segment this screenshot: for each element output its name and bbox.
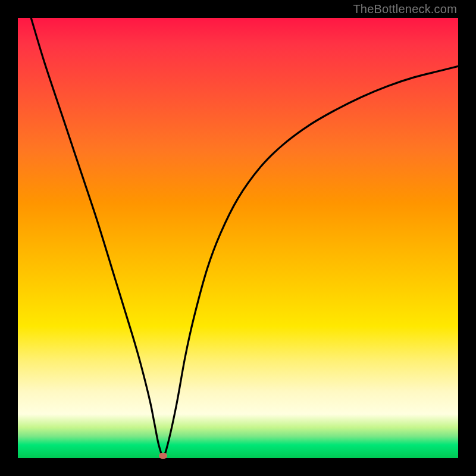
plot-area bbox=[18, 18, 458, 458]
chart-container: TheBottleneck.com bbox=[0, 0, 476, 476]
bottleneck-curve bbox=[18, 18, 458, 458]
watermark-text: TheBottleneck.com bbox=[353, 2, 457, 16]
optimal-point-marker bbox=[159, 453, 167, 459]
